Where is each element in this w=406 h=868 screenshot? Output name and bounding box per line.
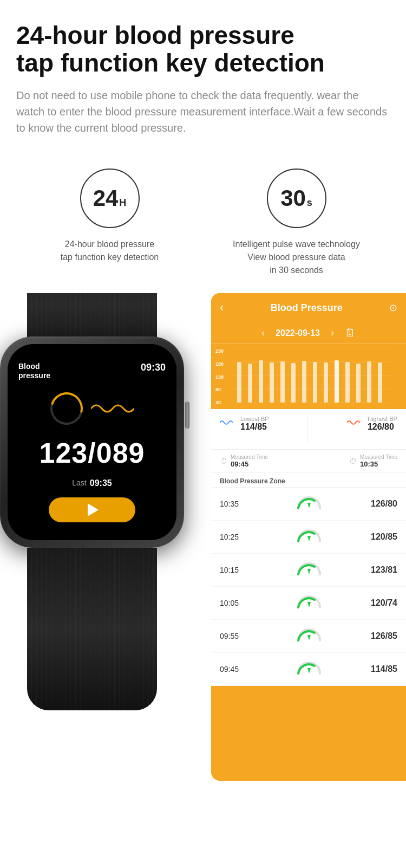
wave-icon [91,398,134,419]
svg-rect-14 [335,360,339,403]
row-time-3: 10:05 [220,599,247,607]
stat-lowest-text: Lowest BP 114/85 [240,416,269,432]
svg-rect-9 [280,361,285,403]
row-reading-2: 123/81 [371,565,397,575]
svg-marker-24 [307,668,311,673]
svg-rect-7 [259,360,263,403]
high-wave-icon [347,418,363,430]
highest-bp-label: Highest BP [368,416,397,422]
features-section: 24H 24-hour blood pressure tap function … [0,147,406,288]
svg-rect-13 [324,362,328,403]
table-row: 10:25 120/85 [211,521,406,554]
row-time-0: 10:35 [220,500,247,508]
app-date: 2022-09-13 [276,328,320,338]
app-date-row: ‹ 2022-09-13 › 🗓 [211,322,406,344]
svg-rect-12 [313,362,317,403]
row-time-1: 10:25 [220,533,247,541]
gauge-icon-3 [296,594,323,612]
feature-30s-circle: 30s [267,169,326,228]
clock-icon-1: ⏱ [220,457,227,465]
table-row: 10:35 126/80 [211,488,406,521]
svg-rect-5 [237,362,241,403]
watch-icon-row [18,390,166,427]
svg-rect-18 [378,362,382,403]
side-button [185,401,189,429]
watch-last-row: Last 09:35 [72,478,112,488]
main-title: 24-hour blood pressure tap function key … [16,22,390,76]
measured-1-text: Measured Time 09:45 [231,454,268,468]
y-label-230: 230 [215,348,224,354]
chart-svg [232,348,401,403]
play-button[interactable] [49,497,135,522]
row-reading-4: 126/85 [371,631,397,641]
data-rows: 10:35 126/80 10:25 [211,488,406,686]
feature-24h-label: 24-hour blood pressure tap function key … [61,238,159,264]
highest-bp-value: 126/80 [368,422,397,432]
date-next-arrow[interactable]: › [331,327,334,339]
feature-30s-value: 30s [280,185,312,211]
watch-body: Blood pressure 09:30 [0,336,173,542]
feature-30s-label: Intelligent pulse wave technology View b… [233,238,360,277]
stat-divider [307,416,308,443]
svg-marker-23 [307,635,311,640]
gauge-icon-2 [296,561,323,579]
svg-marker-22 [307,602,311,607]
y-label-80: 80 [215,387,224,392]
svg-rect-17 [367,361,371,403]
stat-highest: Highest BP 126/80 [347,416,397,432]
feature-24h: 24H 24-hour blood pressure tap function … [25,169,194,264]
zone-header: Blood Pressure Zone [211,473,406,488]
watch-outer: Blood pressure 09:30 [0,336,184,548]
watch-top-row: Blood pressure 09:30 [18,362,166,380]
stat-highest-text: Highest BP 126/80 [368,416,397,432]
svg-rect-15 [345,362,350,403]
measured-2-text: Measured Time 10:35 [360,454,397,468]
watch-bp-label: Blood pressure [18,362,50,380]
table-row: 09:55 126/85 [211,620,406,653]
watch-container: Blood pressure 09:30 [0,304,217,770]
calendar-icon[interactable]: 🗓 [345,327,356,339]
watch-screen: Blood pressure 09:30 [8,344,176,540]
low-wave-icon [220,418,236,430]
svg-marker-21 [307,569,311,574]
chart-area: 230 180 130 80 30 [211,344,406,409]
y-label-30: 30 [215,400,224,405]
back-arrow-icon[interactable]: ‹ [220,301,224,315]
measured-col-1: ⏱ Measured Time 09:45 [220,454,268,468]
app-header: ‹ Blood Pressure ⊙ [211,293,406,322]
row-time-4: 09:55 [220,632,247,640]
feature-24h-value: 24H [93,185,127,211]
watch-time: 09:30 [141,362,166,380]
y-label-180: 180 [215,361,224,367]
stat-highest-row: Highest BP 126/80 [347,416,397,432]
lowest-bp-value: 114/85 [240,422,269,432]
row-time-2: 10:15 [220,566,247,574]
stat-lowest-row: Lowest BP 114/85 [220,416,269,432]
app-stats: Lowest BP 114/85 Highest BP 126/80 [211,409,406,450]
stat-lowest: Lowest BP 114/85 [220,416,269,432]
app-title: Blood Pressure [224,302,389,314]
lowest-bp-label: Lowest BP [240,416,269,422]
row-reading-0: 126/80 [371,499,397,509]
gauge-circle-icon [44,386,89,431]
gauge-icon-1 [296,528,323,546]
clock-icon-2: ⏱ [349,457,357,465]
svg-rect-8 [270,362,274,403]
row-time-5: 09:45 [220,665,247,673]
row-reading-5: 114/85 [371,664,397,674]
app-measured: ⏱ Measured Time 09:45 ⏱ Measured Time 10… [211,450,406,473]
row-reading-3: 120/74 [371,598,397,608]
table-row: 09:45 114/85 [211,653,406,686]
date-prev-arrow[interactable]: ‹ [261,327,265,339]
gauge-icon-0 [296,495,323,513]
visual-section: Blood pressure 09:30 [0,293,406,781]
table-row: 10:15 123/81 [211,554,406,587]
watch-last-time: 09:35 [90,478,112,488]
row-reading-1: 120/85 [371,532,397,542]
subtitle-text: Do not need to use mobile phone to check… [16,87,390,136]
measured-1-label: Measured Time [231,454,268,460]
watch-reading: 123/089 [40,437,145,469]
settings-icon[interactable]: ⊙ [389,302,397,314]
svg-marker-19 [307,503,311,508]
measured-1-value: 09:45 [231,460,268,468]
